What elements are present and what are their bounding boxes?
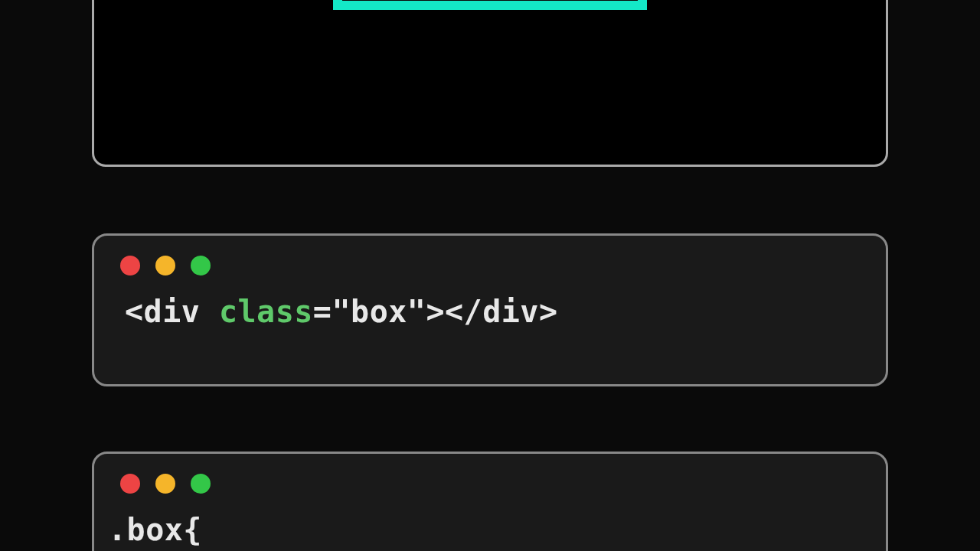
code-token: </ (445, 294, 482, 329)
code-token (200, 294, 219, 329)
code-token: class (219, 294, 313, 329)
html-code-line: <div class="box"></div> (125, 294, 863, 329)
code-token: > (426, 294, 445, 329)
close-icon[interactable] (120, 474, 140, 494)
code-token: div (144, 294, 201, 329)
code-token: box (351, 294, 407, 329)
code-token: " (332, 294, 351, 329)
close-icon[interactable] (120, 256, 140, 276)
maximize-icon[interactable] (191, 256, 211, 276)
demo-box (333, 0, 647, 10)
code-token: = (313, 294, 332, 329)
code-token: { (183, 512, 202, 547)
preview-panel (92, 0, 888, 167)
code-token: " (407, 294, 426, 329)
html-code-panel: <div class="box"></div> (92, 233, 888, 386)
css-code-panel: .box{ (92, 452, 888, 551)
minimize-icon[interactable] (155, 256, 175, 276)
window-controls (120, 256, 863, 276)
code-token: div (482, 294, 539, 329)
css-code-line: .box{ (108, 512, 863, 547)
window-controls (120, 474, 863, 494)
code-token: .box (108, 512, 183, 547)
code-token: > (539, 294, 558, 329)
maximize-icon[interactable] (191, 474, 211, 494)
minimize-icon[interactable] (155, 474, 175, 494)
code-token: < (125, 294, 144, 329)
